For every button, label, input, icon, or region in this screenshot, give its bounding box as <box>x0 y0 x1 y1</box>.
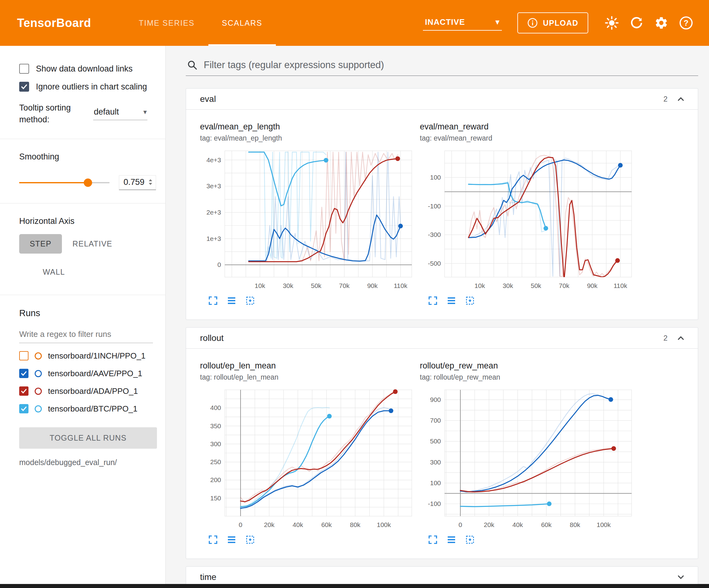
svg-text:100k: 100k <box>597 521 611 528</box>
run-checkbox[interactable] <box>19 351 28 360</box>
run-item-1INCH[interactable]: tensorboard/1INCH/PPO_1 <box>19 351 153 361</box>
data-table-icon[interactable] <box>446 535 456 545</box>
fit-domain-icon[interactable] <box>465 535 475 545</box>
status-dropdown[interactable]: INACTIVE ▾ <box>423 16 502 31</box>
smoothing-slider[interactable] <box>19 182 110 183</box>
card-title: time <box>200 572 667 582</box>
collapse-chevron-up-icon[interactable] <box>676 333 686 343</box>
svg-text:0: 0 <box>239 521 242 528</box>
info-icon <box>527 18 538 28</box>
card-eval: eval 2 eval/mean_ep_lengthtag: eval/mean… <box>186 88 698 320</box>
card-eval-charts: eval/mean_ep_lengthtag: eval/mean_ep_len… <box>186 110 698 319</box>
expand-chart-icon[interactable] <box>428 535 438 545</box>
divider <box>0 295 165 295</box>
upload-button[interactable]: UPLOAD <box>517 12 588 33</box>
chart-title: eval/mean_reward <box>420 122 640 132</box>
checkbox-icon[interactable] <box>19 64 29 74</box>
smoothing-slider-fill <box>19 182 88 183</box>
settings-gear-icon[interactable] <box>654 16 668 30</box>
checkbox-label: Ignore outliers in chart scaling <box>36 82 147 92</box>
svg-text:2e+3: 2e+3 <box>207 209 221 216</box>
svg-text:110k: 110k <box>394 282 408 289</box>
card-eval-header[interactable]: eval 2 <box>186 88 698 110</box>
svg-text:40k: 40k <box>513 521 523 528</box>
run-checkbox[interactable] <box>19 404 28 413</box>
help-icon[interactable]: ? <box>679 16 693 30</box>
run-label: tensorboard/1INCH/PPO_1 <box>48 351 146 361</box>
expand-chart-icon[interactable] <box>208 535 218 545</box>
smoothing-value-input[interactable]: 0.759 <box>119 175 156 190</box>
svg-text:10k: 10k <box>255 282 265 289</box>
svg-text:90k: 90k <box>587 282 598 289</box>
svg-text:300: 300 <box>430 459 441 466</box>
toggle-all-runs-button[interactable]: TOGGLE ALL RUNS <box>19 427 157 449</box>
smoothing-label: Smoothing <box>19 152 153 162</box>
svg-text:80k: 80k <box>350 521 360 528</box>
card-title: rollout <box>200 333 663 343</box>
svg-text:-500: -500 <box>428 260 441 267</box>
axis-relative-button[interactable]: RELATIVE <box>62 234 123 254</box>
chart-canvas-rollout-ep-len-mean[interactable]: 020k40k60k80k100k150200250300350400 <box>200 385 417 532</box>
stepper-arrows-icon[interactable] <box>148 177 153 187</box>
svg-text:350: 350 <box>210 423 221 430</box>
tab-scalars[interactable]: SCALARS <box>208 0 276 46</box>
collapse-chevron-up-icon[interactable] <box>676 94 686 104</box>
svg-text:30k: 30k <box>502 282 513 289</box>
chart-eval-mean-ep-length: eval/mean_ep_lengthtag: eval/mean_ep_len… <box>200 122 420 306</box>
svg-text:150: 150 <box>210 494 221 502</box>
brightness-icon[interactable] <box>605 16 619 30</box>
run-item-AAVE[interactable]: tensorboard/AAVE/PPO_1 <box>19 369 153 378</box>
svg-text:50k: 50k <box>531 282 541 289</box>
tooltip-sorting-label: Tooltip sorting method: <box>19 102 83 126</box>
sidebar: Show data download links Ignore outliers… <box>0 46 166 588</box>
data-table-icon[interactable] <box>227 296 237 306</box>
svg-text:40k: 40k <box>293 521 303 528</box>
card-count: 2 <box>663 334 667 342</box>
ignore-outliers-checkbox-row[interactable]: Ignore outliers in chart scaling <box>19 82 153 92</box>
refresh-icon[interactable] <box>629 16 644 30</box>
chart-tag: tag: rollout/ep_rew_mean <box>420 373 640 381</box>
chart-canvas-eval-mean-ep-length[interactable]: 10k30k50k70k90k110k01e+32e+33e+34e+3 <box>200 147 417 292</box>
data-table-icon[interactable] <box>446 296 456 306</box>
axis-wall-button[interactable]: WALL <box>32 262 76 282</box>
svg-text:900: 900 <box>430 396 441 403</box>
show-download-links-checkbox-row[interactable]: Show data download links <box>19 64 153 74</box>
upload-button-label: UPLOAD <box>543 19 578 28</box>
fit-domain-icon[interactable] <box>465 296 475 306</box>
smoothing-value: 0.759 <box>124 177 145 187</box>
fit-domain-icon[interactable] <box>245 296 255 306</box>
data-table-icon[interactable] <box>227 535 237 545</box>
run-item-BTC[interactable]: tensorboard/BTC/PPO_1 <box>19 404 153 414</box>
run-item-ADA[interactable]: tensorboard/ADA/PPO_1 <box>19 386 153 396</box>
search-icon <box>187 60 198 70</box>
horizontal-axis-buttons: STEP RELATIVE WALL <box>19 234 157 282</box>
chart-tag: tag: eval/mean_reward <box>420 134 640 142</box>
checkbox-icon[interactable] <box>19 82 29 92</box>
filter-tags-input[interactable] <box>204 59 697 71</box>
fit-domain-icon[interactable] <box>245 535 255 545</box>
svg-text:10k: 10k <box>475 282 485 289</box>
run-checkbox[interactable] <box>19 369 28 378</box>
chart-canvas-eval-mean-reward[interactable]: 10k30k50k70k90k110k-500-300-100100 <box>420 147 636 292</box>
tab-time-series[interactable]: TIME SERIES <box>125 0 208 46</box>
expand-chart-icon[interactable] <box>208 296 218 306</box>
card-rollout-header[interactable]: rollout 2 <box>186 328 698 349</box>
tooltip-sorting-row: Tooltip sorting method: default ▾ <box>19 102 153 126</box>
svg-text:3e+3: 3e+3 <box>207 182 221 189</box>
run-checkbox[interactable] <box>19 386 28 396</box>
expand-chart-icon[interactable] <box>428 296 438 306</box>
chart-title: rollout/ep_rew_mean <box>420 361 640 370</box>
main-content: eval 2 eval/mean_ep_lengthtag: eval/mean… <box>166 46 709 588</box>
chart-toolbar <box>420 535 640 545</box>
svg-text:20k: 20k <box>484 521 494 528</box>
svg-text:1e+3: 1e+3 <box>207 235 221 242</box>
chart-canvas-rollout-ep-rew-mean[interactable]: 020k40k60k80k100k-100100300500700900 <box>420 385 636 532</box>
axis-step-button[interactable]: STEP <box>19 234 62 254</box>
tooltip-sorting-select[interactable]: default ▾ <box>93 104 148 120</box>
svg-text:-300: -300 <box>428 231 441 238</box>
smoothing-slider-thumb[interactable] <box>84 178 92 187</box>
svg-text:300: 300 <box>210 440 221 448</box>
runs-filter-input[interactable] <box>19 326 153 343</box>
collapse-chevron-down-icon[interactable] <box>676 572 686 582</box>
svg-text:-100: -100 <box>428 203 441 210</box>
